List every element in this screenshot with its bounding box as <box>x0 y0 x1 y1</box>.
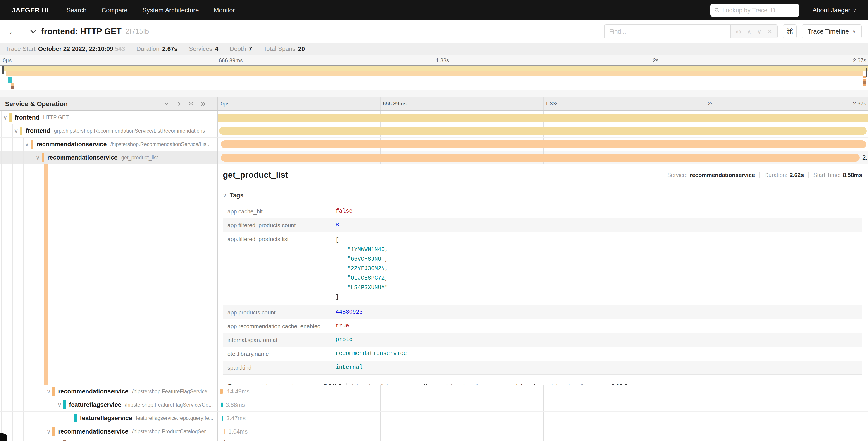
minimap-span-bar <box>8 77 12 83</box>
minimap-span-bar <box>11 86 14 89</box>
tag-row[interactable]: app.products.count 44530923 <box>223 305 862 319</box>
detail-meta: Service: recommendationservice Duration:… <box>667 172 862 178</box>
span-row-get-product-list: ∨ recommendationservice get_product_list… <box>0 151 868 164</box>
span-bar-track[interactable]: 14.49ms <box>218 385 868 398</box>
span-duration-bar[interactable] <box>224 440 225 441</box>
trace-lookup-input[interactable] <box>722 7 795 14</box>
process-kv: telemetry.sdk.version 1.13.0 <box>546 383 632 385</box>
brand-jaeger-ui[interactable]: JAEGER UI <box>12 6 49 14</box>
span-row-productcatalog: ∨ recommendationservice /hipstershop.Pro… <box>0 425 868 438</box>
trace-lookup-box[interactable] <box>710 4 799 17</box>
chevron-right-icon: › <box>223 383 225 385</box>
span-bar-track[interactable]: 3.68ms <box>218 398 868 412</box>
span-operation: get_product_list <box>121 155 158 161</box>
trace-collapse-chevron[interactable] <box>30 29 37 34</box>
minimap-right-scrubber[interactable] <box>866 68 867 77</box>
span-service: frontend <box>26 127 50 135</box>
span-bar-track[interactable]: 3.47ms <box>218 412 868 425</box>
tag-row[interactable]: app.recommendation.cache_enabled true <box>223 319 862 333</box>
service-color-swatch <box>74 414 77 422</box>
nav-item-system-architecture[interactable]: System Architecture <box>143 6 199 14</box>
span-duration-bar[interactable] <box>220 389 223 394</box>
collapse-chevron-icon[interactable]: ∨ <box>23 141 31 148</box>
service-color-swatch <box>31 140 33 148</box>
span-duration-bar[interactable] <box>222 416 223 421</box>
trace-id-short: 2f715fb <box>126 27 149 35</box>
collapse-chevron-icon[interactable]: ∨ <box>1 114 9 121</box>
minimap-left-scrubber[interactable] <box>2 66 4 74</box>
collapse-chevron-icon[interactable]: ∨ <box>34 154 42 161</box>
next-match-icon[interactable]: ∨ <box>757 28 762 35</box>
collapse-chevron-icon[interactable]: ∨ <box>45 428 53 435</box>
trace-view-select[interactable]: Trace Timeline ∨ <box>802 25 862 38</box>
collapse-chevron-icon[interactable]: ∨ <box>12 127 20 135</box>
span-bar-track[interactable] <box>218 138 868 151</box>
find-group: ◎ ∧ ∨ ✕ <box>604 25 778 38</box>
nav-item-compare[interactable]: Compare <box>101 6 127 14</box>
expand-one-icon[interactable] <box>176 101 182 107</box>
span-duration-bar[interactable] <box>221 140 866 148</box>
service-color-swatch <box>63 440 66 441</box>
nav-item-monitor[interactable]: Monitor <box>214 6 235 14</box>
collapse-one-icon[interactable] <box>164 101 169 107</box>
trace-header: ← frontend: HTTP GET 2f715fb ◎ ∧ ∨ ✕ ⌘ T… <box>0 20 868 42</box>
span-duration-bar[interactable] <box>223 429 225 434</box>
find-input[interactable] <box>604 25 731 38</box>
tags-section-toggle[interactable]: ∨ Tags <box>223 192 868 199</box>
span-duration-bar[interactable] <box>219 127 867 135</box>
expand-all-icon[interactable] <box>200 101 206 107</box>
clear-find-icon[interactable]: ✕ <box>767 28 772 35</box>
collapse-chevron-icon[interactable]: ∨ <box>45 388 53 395</box>
process-kv: telemetry.sdk.language python <box>346 383 441 385</box>
keyboard-shortcuts-button[interactable]: ⌘ <box>783 25 797 38</box>
tag-row[interactable]: app.filtered_products.count 8 <box>223 218 862 232</box>
process-section-toggle[interactable]: › Process: telemetry.auto.version 0.34b0… <box>223 383 868 385</box>
chevron-down-icon: ∨ <box>852 29 856 34</box>
trace-depth: Depth 7 <box>230 46 252 53</box>
span-bar-track[interactable] <box>218 111 868 124</box>
span-row-recommendation-list: ∨ recommendationservice /hipstershop.Rec… <box>0 138 868 151</box>
nav-item-search[interactable]: Search <box>66 6 87 14</box>
collapse-chevron-icon[interactable]: ∨ <box>56 401 63 408</box>
minimap-span-bar <box>6 71 863 76</box>
span-row-frontend-grpc: ∨ frontend grpc.hipstershop.Recommendati… <box>0 124 868 138</box>
span-row-featureflag-parent: ∨ recommendationservice /hipstershop.Fea… <box>0 385 868 398</box>
prev-match-icon[interactable]: ∧ <box>747 28 751 35</box>
about-jaeger-menu[interactable]: About Jaeger ∨ <box>812 6 856 14</box>
collapse-all-icon[interactable] <box>188 101 194 107</box>
tag-row[interactable]: span.kind internal <box>223 361 862 375</box>
minimap-span-bar <box>4 66 868 71</box>
span-row-featureflag-get: ∨ featureflagservice /hipstershop.Featur… <box>0 398 868 412</box>
find-tools: ◎ ∧ ∨ ✕ <box>731 25 778 38</box>
tag-row[interactable]: app.cache_hit false <box>223 204 862 218</box>
column-resize-handle[interactable] <box>212 101 214 107</box>
process-kv: telemetry.auto.version 0.34b0 <box>256 383 346 385</box>
jaeger-trace-page: JAEGER UI Search Compare System Architec… <box>0 0 868 441</box>
span-bar-track[interactable]: 1.04ms <box>218 425 868 438</box>
focus-target-icon[interactable]: ◎ <box>736 28 741 35</box>
span-duration-label: 3.68ms <box>226 401 245 408</box>
span-row-partial: ∨ <box>0 438 868 441</box>
service-color-swatch <box>63 401 66 409</box>
span-duration-bar[interactable] <box>218 114 868 122</box>
service-color-swatch <box>53 427 55 436</box>
service-color-swatch <box>9 113 11 122</box>
tag-row[interactable]: otel.library.name recommendationservice <box>223 347 862 361</box>
span-bar-track[interactable] <box>218 124 868 138</box>
minimap-tick-labels: 0μs 666.89ms 1.33s 2s 2.67s <box>0 56 868 65</box>
span-service: frontend <box>15 114 39 121</box>
tag-row[interactable]: app.filtered_products.list [ 1YMWWN1N4O … <box>223 232 862 305</box>
tag-row[interactable]: internal.span.format proto <box>223 333 862 347</box>
trace-minimap[interactable]: 0μs 666.89ms 1.33s 2s 2.67s <box>0 56 868 90</box>
span-operation: /hipstershop.FeatureFlagService/Ge... <box>125 402 213 408</box>
span-duration-label: 2.62s <box>862 154 868 161</box>
span-service: recommendationservice <box>36 141 107 148</box>
trace-start: Trace Start October 22 2022, 22:10:09.54… <box>5 46 125 53</box>
process-kv: telemetry.sdk.name opentelemetry <box>441 383 546 385</box>
span-duration-bar[interactable] <box>221 154 860 161</box>
span-table-header: Service & Operation <box>0 97 868 111</box>
back-arrow-icon[interactable]: ← <box>8 27 17 37</box>
span-bar-track[interactable]: 2.62s <box>218 151 868 164</box>
span-duration-bar[interactable] <box>221 402 223 407</box>
minimap-canvas[interactable] <box>0 65 868 90</box>
